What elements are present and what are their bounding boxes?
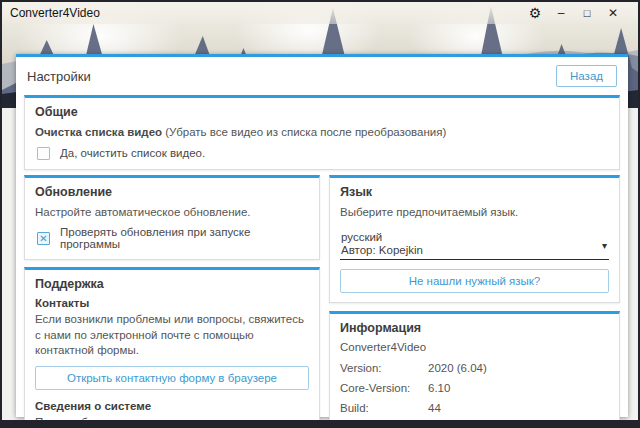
clear-list-checkbox-label[interactable]: Да, очистить список видео. — [60, 147, 205, 159]
titlebar: Converter4Video ⚙ – □ ✕ — [2, 2, 638, 24]
card-info: Информация Converter4Video Version: 2020… — [329, 311, 620, 420]
info-row-version: Version: 2020 (6.04) — [340, 362, 609, 374]
general-option-rest: (Убрать все видео из списка после преобр… — [162, 126, 446, 138]
info-build-value: 44 — [428, 402, 441, 414]
card-general-title: Общие — [35, 105, 609, 119]
right-column: Язык Выберите предпочитаемый язык. русск… — [329, 175, 620, 420]
back-button[interactable]: Назад — [556, 65, 617, 87]
info-row-build: Build: 44 — [340, 402, 609, 414]
language-not-found-button[interactable]: Не нашли нужный язык? — [340, 269, 609, 293]
info-build-label: Build: — [340, 402, 428, 414]
check-updates-option-row: ✕ Проверять обновления при запуске прогр… — [35, 226, 309, 250]
settings-gear-icon[interactable]: ⚙ — [522, 3, 548, 23]
settings-panel: Настройки Назад Общие Очистка списка вид… — [16, 54, 628, 417]
card-update-title: Обновление — [35, 185, 309, 199]
language-selected-author: Автор: Kopejkin — [341, 244, 593, 256]
left-column: Обновление Настройте автоматическое обно… — [24, 175, 320, 420]
card-support: Поддержка Контакты Если возникли проблем… — [24, 267, 320, 420]
update-description: Настройте автоматическое обновление. — [35, 205, 309, 221]
settings-columns: Обновление Настройте автоматическое обно… — [24, 175, 620, 420]
chevron-down-icon: ▾ — [602, 239, 607, 250]
general-option-text: Очистка списка видео (Убрать все видео и… — [35, 125, 609, 141]
language-selected-value: русский — [341, 231, 593, 243]
settings-header: Настройки Назад — [24, 57, 620, 95]
general-option-lead: Очистка списка видео — [35, 126, 162, 138]
contacts-subheading: Контакты — [35, 297, 309, 309]
system-info-text: При ошибках программы здесь можно создат… — [35, 415, 309, 420]
maximize-icon[interactable]: □ — [574, 3, 600, 23]
system-info-subheading: Сведения о системе — [35, 400, 309, 412]
card-update: Обновление Настройте автоматическое обно… — [24, 175, 320, 261]
card-info-title: Информация — [340, 321, 609, 335]
check-updates-checkbox[interactable]: ✕ — [37, 232, 50, 245]
clear-list-checkbox[interactable]: ✕ — [37, 147, 50, 160]
card-general: Общие Очистка списка видео (Убрать все в… — [24, 95, 620, 170]
language-description: Выберите предпочитаемый язык. — [340, 205, 609, 221]
open-contact-form-button[interactable]: Открыть контактную форму в браузере — [35, 366, 309, 390]
card-language-title: Язык — [340, 185, 609, 199]
check-updates-checkbox-label[interactable]: Проверять обновления при запуске програм… — [60, 226, 309, 250]
info-core-version-label: Core-Version: — [340, 382, 428, 394]
close-icon[interactable]: ✕ — [600, 3, 626, 23]
contacts-text: Если возникли проблемы или вопросы, свяж… — [35, 312, 309, 359]
info-row-core-version: Core-Version: 6.10 — [340, 382, 609, 394]
card-language: Язык Выберите предпочитаемый язык. русск… — [329, 175, 620, 304]
language-select[interactable]: русский Автор: Kopejkin ▾ — [340, 230, 609, 260]
minimize-icon[interactable]: – — [548, 3, 574, 23]
app-window: Converter4Video ⚙ – □ ✕ Настройки Назад … — [2, 2, 638, 420]
info-core-version-value: 6.10 — [428, 382, 450, 394]
card-support-title: Поддержка — [35, 277, 309, 291]
clear-list-option-row: ✕ Да, очистить список видео. — [35, 147, 609, 160]
page-title: Настройки — [27, 69, 91, 84]
info-app-name: Converter4Video — [340, 341, 609, 353]
info-version-value: 2020 (6.04) — [428, 362, 487, 374]
window-title: Converter4Video — [10, 6, 100, 20]
info-version-label: Version: — [340, 362, 428, 374]
